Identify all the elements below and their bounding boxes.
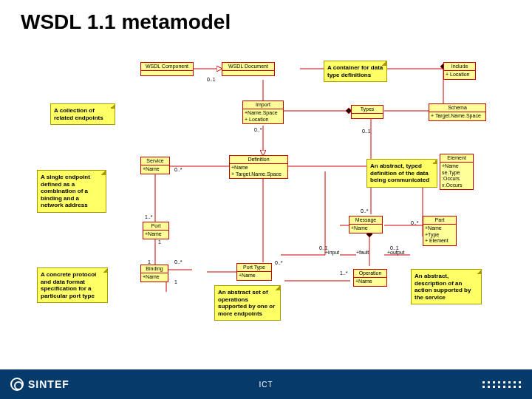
mult: 0..* (174, 167, 183, 172)
brand-text: SINTEF (28, 378, 69, 390)
logo-icon (10, 378, 24, 391)
note-abstract-typed: An abstract, typed definition of the dat… (366, 159, 437, 188)
class-binding: Binding+Name (140, 265, 168, 282)
class-schema: Schema+ Target.Name.Space (429, 103, 486, 121)
mult-input: +input (325, 250, 339, 255)
footer-bar: SINTEF ICT (0, 369, 532, 399)
mult-output: +output (387, 250, 405, 255)
class-port-type: Port Type+Name (236, 263, 272, 281)
mult: 0..* (361, 208, 369, 214)
footer-dots (482, 381, 522, 388)
class-element: Element+Name se.Type :Occurs x.Occurs (440, 154, 474, 190)
class-message: Message+Name (349, 216, 383, 233)
mult: 1..* (340, 270, 348, 276)
class-wsdl-component: WSDL Component (140, 62, 194, 76)
page-title: WSDL 1.1 metamodel (21, 10, 231, 34)
class-operation: Operation+Name (353, 269, 387, 287)
mult: 0..* (254, 127, 262, 132)
note-concrete-protocol: A concrete protocol and data format spec… (37, 267, 108, 303)
mult: 1 (148, 259, 151, 265)
mult: 0..* (174, 259, 183, 265)
mult: 0..* (411, 220, 419, 225)
class-port: Port+Name (143, 222, 169, 239)
mult: 1 (174, 279, 177, 284)
note-abstract-set: An abstract set of operations supported … (214, 285, 281, 321)
class-part: Part+Name +Type + Element (423, 216, 457, 246)
mult-fault: +fault (356, 250, 369, 255)
uml-diagram: WSDL Component WSDL Document Include+ Lo… (0, 52, 532, 362)
mult: 1..* (145, 214, 153, 219)
note-single-endpoint: A single endpoint defined as a combinati… (37, 170, 106, 213)
mult: 0..1 (207, 77, 216, 82)
note-collection: A collection of related endpoints (50, 103, 115, 125)
class-import: Import+Name.Space + Location (242, 100, 284, 124)
brand-logo: SINTEF (10, 378, 69, 391)
footer-unit: ICT (259, 381, 273, 389)
note-abstract-desc: An abstract, description of an action su… (411, 269, 482, 304)
class-wsdl-document: WSDL Document (222, 62, 275, 76)
mult: 1 (158, 239, 161, 245)
mult: 0..1 (362, 129, 371, 134)
class-types: Types (351, 105, 383, 119)
mult: 0..* (275, 260, 283, 265)
class-definition: Definition+Name + Target.Name.Space (229, 155, 288, 179)
class-service: Service+Name (140, 157, 170, 174)
class-include: Include+ Location (443, 62, 476, 80)
note-container: A container for data type definitions (324, 61, 387, 82)
